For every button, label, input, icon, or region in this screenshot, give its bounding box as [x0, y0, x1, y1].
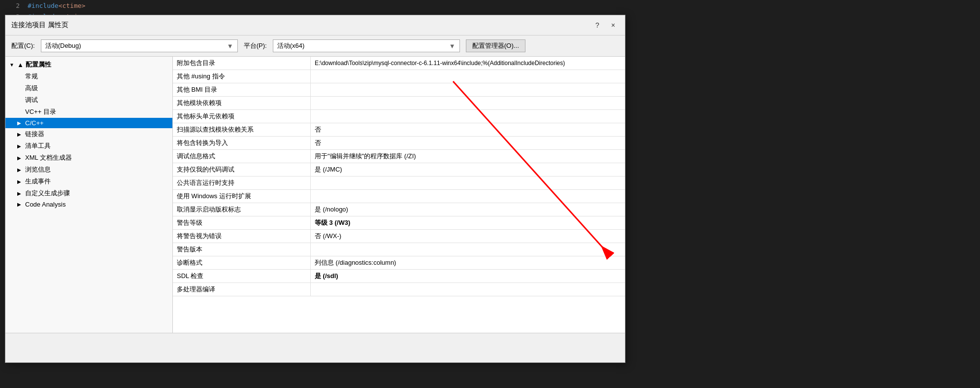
- tree-arrow-build-events: [17, 179, 23, 184]
- prop-row-11[interactable]: 取消显示启动版权标志是 (/nologo): [173, 203, 625, 216]
- tree-arrow-browse-info: [17, 167, 23, 173]
- tree-label-advanced: 高级: [25, 84, 38, 93]
- tree-label-xml-gen: XML 文档生成器: [25, 153, 72, 162]
- tree-label-linker: 链接器: [25, 130, 44, 139]
- tree-item-config-props[interactable]: ▲ 配置属性: [5, 59, 172, 71]
- prop-row-13[interactable]: 将警告视为错误否 (/WX-): [173, 230, 625, 243]
- prop-row-14[interactable]: 警告版本: [173, 243, 625, 256]
- tree-label-cpp: C/C++: [25, 119, 44, 127]
- help-button[interactable]: ?: [591, 19, 603, 31]
- platform-dropdown-arrow: ▼: [449, 42, 456, 50]
- prop-row-7[interactable]: 调试信息格式用于"编辑并继续"的程序数据库 (/ZI): [173, 150, 625, 163]
- prop-value-12: 等级 3 (/W3): [311, 216, 625, 229]
- config-label: 配置(C):: [11, 41, 35, 50]
- prop-name-14: 警告版本: [173, 243, 311, 256]
- prop-row-6[interactable]: 将包含转换为导入否: [173, 137, 625, 150]
- prop-value-1: [311, 70, 625, 83]
- prop-value-13: 否 (/WX-): [311, 230, 625, 243]
- tree-root-arrow: ▲: [17, 61, 24, 69]
- title-bar: 连接池项目 属性页 ? ×: [5, 15, 625, 35]
- prop-name-17: 多处理器编译: [173, 283, 311, 296]
- platform-select[interactable]: 活动(x64) ▼: [273, 39, 460, 52]
- properties-dialog: 连接池项目 属性页 ? × 配置(C): 活动(Debug) ▼ 平台(P): …: [5, 15, 625, 363]
- tree-arrow-cpp: [17, 120, 23, 126]
- prop-row-2[interactable]: 其他 BMI 目录: [173, 83, 625, 97]
- config-select[interactable]: 活动(Debug) ▼: [41, 39, 238, 52]
- prop-row-17[interactable]: 多处理器编译: [173, 283, 625, 296]
- prop-row-10[interactable]: 使用 Windows 运行时扩展: [173, 190, 625, 203]
- prop-name-1: 其他 #using 指令: [173, 70, 311, 83]
- tree-item-build-events[interactable]: 生成事件: [5, 176, 172, 187]
- tree-label-debug: 调试: [25, 96, 38, 105]
- prop-name-4: 其他标头单元依赖项: [173, 110, 311, 123]
- config-select-value: 活动(Debug): [45, 41, 225, 50]
- prop-row-1[interactable]: 其他 #using 指令: [173, 70, 625, 83]
- tree-item-general[interactable]: 常规: [5, 71, 172, 82]
- prop-value-8: 是 (/JMC): [311, 163, 625, 176]
- tree-item-code-analysis[interactable]: Code Analysis: [5, 199, 172, 210]
- close-button[interactable]: ×: [607, 19, 619, 31]
- prop-row-9[interactable]: 公共语言运行时支持: [173, 176, 625, 190]
- tree-arrow-code-analysis: [17, 202, 23, 207]
- prop-row-12[interactable]: 警告等级等级 3 (/W3): [173, 216, 625, 230]
- config-manager-button[interactable]: 配置管理器(O)...: [466, 39, 525, 52]
- title-buttons: ? ×: [591, 19, 619, 31]
- prop-name-16: SDL 检查: [173, 270, 311, 282]
- prop-name-15: 诊断格式: [173, 256, 311, 269]
- tree-panel: ▲ 配置属性常规高级调试VC++ 目录C/C++链接器清单工具XML 文档生成器…: [5, 57, 173, 333]
- tree-item-xml-gen[interactable]: XML 文档生成器: [5, 152, 172, 164]
- prop-row-8[interactable]: 支持仅我的代码调试是 (/JMC): [173, 163, 625, 176]
- prop-name-9: 公共语言运行时支持: [173, 176, 311, 189]
- line-number-2: 2: [5, 2, 20, 9]
- prop-name-11: 取消显示启动版权标志: [173, 203, 311, 216]
- prop-name-8: 支持仅我的代码调试: [173, 163, 311, 176]
- tree-arrow-linker: [17, 132, 23, 137]
- tree-item-linker[interactable]: 链接器: [5, 128, 172, 140]
- prop-value-14: [311, 243, 625, 256]
- tree-item-cpp[interactable]: C/C++: [5, 118, 172, 128]
- tree-item-debug[interactable]: 调试: [5, 94, 172, 106]
- prop-value-0: E:\download\Tools\zip\mysql-connector-c-…: [311, 57, 625, 70]
- config-bar: 配置(C): 活动(Debug) ▼ 平台(P): 活动(x64) ▼ 配置管理…: [5, 35, 625, 57]
- prop-name-12: 警告等级: [173, 216, 311, 229]
- prop-value-9: [311, 176, 625, 189]
- tree-label-build-events: 生成事件: [25, 177, 51, 186]
- prop-value-3: [311, 97, 625, 109]
- prop-name-0: 附加包含目录: [173, 57, 311, 70]
- tree-item-vcpp-dirs[interactable]: VC++ 目录: [5, 106, 172, 118]
- prop-name-13: 将警告视为错误: [173, 230, 311, 243]
- tree-item-advanced[interactable]: 高级: [5, 82, 172, 94]
- tree-label-custom-build: 自定义生成步骤: [25, 189, 70, 198]
- editor-line-2: 2 #include<ctime>: [0, 0, 980, 11]
- tree-arrow-xml-gen: [17, 155, 23, 161]
- prop-value-10: [311, 190, 625, 203]
- prop-row-5[interactable]: 扫描源以查找模块依赖关系否: [173, 123, 625, 137]
- prop-value-2: [311, 83, 625, 96]
- bottom-area: [5, 333, 625, 362]
- prop-name-6: 将包含转换为导入: [173, 137, 311, 149]
- prop-row-0[interactable]: 附加包含目录E:\download\Tools\zip\mysql-connec…: [173, 57, 625, 70]
- config-dropdown-arrow: ▼: [227, 42, 233, 50]
- prop-value-16: 是 (/sdl): [311, 270, 625, 282]
- tree-item-custom-build[interactable]: 自定义生成步骤: [5, 187, 172, 199]
- prop-name-3: 其他模块依赖项: [173, 97, 311, 109]
- prop-value-6: 否: [311, 137, 625, 149]
- prop-row-16[interactable]: SDL 检查是 (/sdl): [173, 270, 625, 283]
- tree-arrow-custom-build: [17, 191, 23, 196]
- tree-arrow-manifest-tool: [17, 143, 23, 149]
- prop-row-15[interactable]: 诊断格式列信息 (/diagnostics:column): [173, 256, 625, 270]
- prop-name-2: 其他 BMI 目录: [173, 83, 311, 96]
- prop-name-10: 使用 Windows 运行时扩展: [173, 190, 311, 203]
- tree-item-manifest-tool[interactable]: 清单工具: [5, 140, 172, 152]
- platform-label: 平台(P):: [244, 41, 267, 50]
- tree-label-browse-info: 浏览信息: [25, 165, 51, 174]
- tree-item-browse-info[interactable]: 浏览信息: [5, 164, 172, 176]
- prop-row-3[interactable]: 其他模块依赖项: [173, 97, 625, 110]
- platform-select-value: 活动(x64): [277, 41, 447, 50]
- prop-row-4[interactable]: 其他标头单元依赖项: [173, 110, 625, 123]
- tree-label-vcpp-dirs: VC++ 目录: [25, 107, 56, 116]
- main-content: ▲ 配置属性常规高级调试VC++ 目录C/C++链接器清单工具XML 文档生成器…: [5, 57, 625, 333]
- prop-value-7: 用于"编辑并继续"的程序数据库 (/ZI): [311, 150, 625, 163]
- prop-value-17: [311, 283, 625, 296]
- prop-value-15: 列信息 (/diagnostics:column): [311, 256, 625, 269]
